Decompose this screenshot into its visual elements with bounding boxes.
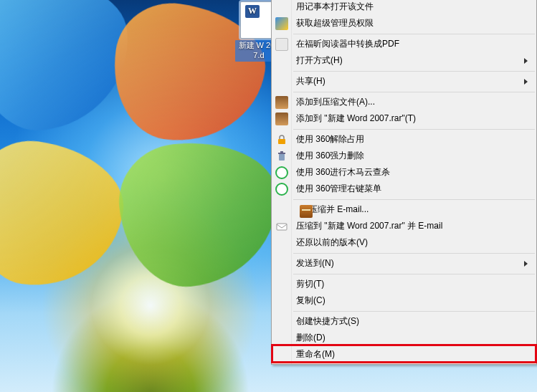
menu-item[interactable]: 使用 360强力删除: [272, 148, 536, 164]
logo-leaf-green: [113, 134, 285, 293]
menu-item[interactable]: 获取超级管理员权限: [272, 15, 536, 32]
context-menu: 用记事本打开该文件获取超级管理员权限在福昕阅读器中转换成PDF打开方式(H)共享…: [271, 0, 537, 365]
windows-logo: [0, 0, 272, 392]
menu-item[interactable]: 使用 360进行木马云查杀: [272, 164, 536, 181]
menu-item-label: 重命名(M): [296, 348, 335, 360]
menu-item[interactable]: 使用 360解除占用: [272, 131, 536, 148]
menu-item[interactable]: 重命名(M): [272, 346, 536, 363]
menu-item[interactable]: 压缩并 E-mail...: [272, 201, 536, 218]
menu-item[interactable]: 创建快捷方式(S): [272, 313, 536, 330]
menu-item-label: 压缩并 E-mail...: [309, 204, 369, 216]
menu-item-label: 还原以前的版本(V): [296, 236, 368, 249]
menu-item-label: 添加到压缩文件(A)...: [296, 96, 375, 108]
menu-item-label: 复制(C): [296, 295, 325, 307]
menu-item[interactable]: 还原以前的版本(V): [272, 234, 536, 251]
submenu-arrow-icon: [524, 261, 528, 267]
menu-item[interactable]: 压缩到 "新建 Word 2007.rar" 并 E-mail: [272, 218, 536, 234]
menu-item[interactable]: 用记事本打开该文件: [272, 0, 536, 15]
360-icon: [275, 166, 288, 179]
menu-item[interactable]: 复制(C): [272, 292, 536, 309]
menu-item[interactable]: 使用 360管理右键菜单: [272, 181, 536, 197]
360-icon: [275, 183, 288, 196]
menu-item-label: 创建快捷方式(S): [296, 315, 359, 328]
logo-leaf-blue: [0, 0, 136, 137]
menu-item[interactable]: 发送到(N): [272, 255, 536, 272]
menu-item-label: 添加到 "新建 Word 2007.rar"(T): [296, 113, 416, 125]
menu-item-label: 使用 360解除占用: [296, 133, 364, 145]
svg-rect-3: [280, 151, 283, 153]
rarbox-icon: [300, 205, 313, 218]
menu-item-label: 共享(H): [296, 75, 325, 87]
mail-icon: [275, 220, 288, 233]
menu-item-label: 使用 360进行木马云查杀: [296, 166, 390, 178]
pdf-icon: [275, 38, 288, 51]
menu-item-label: 用记事本打开该文件: [296, 1, 374, 13]
menu-item-label: 获取超级管理员权限: [296, 17, 374, 29]
submenu-arrow-icon: [524, 79, 528, 85]
menu-item[interactable]: 删除(D): [272, 330, 536, 346]
svg-rect-0: [278, 139, 285, 144]
logo-leaf-yellow: [0, 133, 131, 296]
menu-item-label: 打开方式(H): [296, 54, 343, 67]
svg-rect-1: [279, 154, 285, 161]
shield-icon: [275, 17, 288, 30]
menu-item-label: 使用 360强力删除: [296, 150, 364, 162]
menu-item[interactable]: 剪切(T): [272, 276, 536, 292]
menu-item-label: 在福昕阅读器中转换成PDF: [296, 38, 399, 50]
trash-icon: [275, 150, 288, 163]
menu-item[interactable]: 共享(H): [272, 73, 536, 90]
menu-item-label: 使用 360管理右键菜单: [296, 183, 381, 195]
rar-icon: [275, 113, 288, 125]
menu-item-label: 删除(D): [296, 332, 325, 344]
menu-item-label: 剪切(T): [296, 278, 324, 290]
menu-item[interactable]: 在福昕阅读器中转换成PDF: [272, 36, 536, 52]
menu-item-label: 发送到(N): [296, 257, 334, 269]
rar-icon: [275, 96, 288, 109]
menu-item-label: 压缩到 "新建 Word 2007.rar" 并 E-mail: [296, 220, 442, 232]
menu-item[interactable]: 添加到压缩文件(A)...: [272, 94, 536, 110]
submenu-arrow-icon: [524, 58, 528, 64]
svg-rect-2: [278, 153, 285, 154]
lock-icon: [275, 133, 288, 146]
svg-rect-4: [277, 224, 287, 230]
menu-item[interactable]: 添加到 "新建 Word 2007.rar"(T): [272, 110, 536, 127]
menu-item[interactable]: 打开方式(H): [272, 52, 536, 69]
